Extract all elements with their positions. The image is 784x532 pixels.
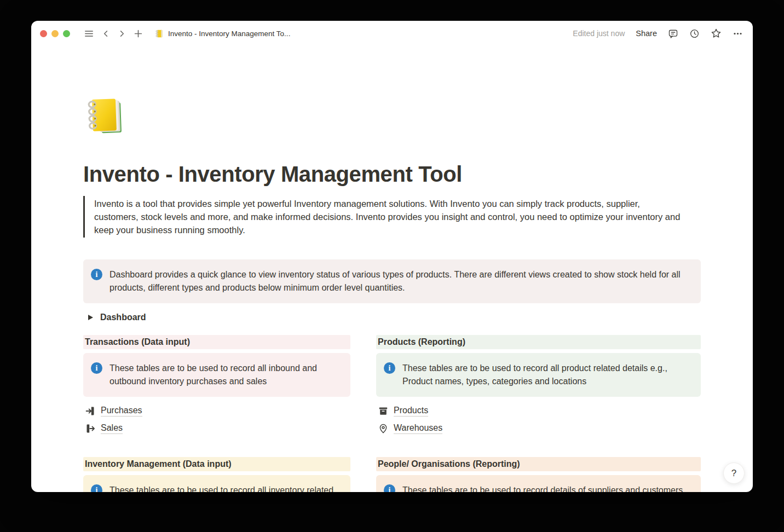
dashboard-callout-text: Dashboard provides a quick glance to vie… <box>109 268 692 294</box>
help-button[interactable]: ? <box>723 462 745 484</box>
ledger-notebook-icon[interactable] <box>83 94 128 139</box>
section-products: Products (Reporting) i These tables are … <box>376 335 701 437</box>
history-icon[interactable] <box>689 28 700 39</box>
section-callout-text: These tables are to be used to record de… <box>402 484 683 492</box>
section-links: Products Warehouses <box>376 402 701 437</box>
traffic-lights <box>40 30 70 37</box>
minimize-window-button[interactable] <box>51 30 59 37</box>
back-icon[interactable] <box>102 30 110 38</box>
page-link-sales[interactable]: Sales <box>83 420 123 437</box>
info-icon: i <box>91 484 102 492</box>
info-icon: i <box>384 362 395 374</box>
page-link-warehouses[interactable]: Warehouses <box>376 420 442 437</box>
page-link-label: Sales <box>101 423 123 435</box>
comments-icon[interactable] <box>668 28 678 39</box>
info-icon: i <box>91 362 102 374</box>
section-row-1: Transactions (Data input) i These tables… <box>83 335 701 437</box>
section-callout-text: These tables are to be used to record al… <box>109 362 342 388</box>
edited-status: Edited just now <box>573 29 625 38</box>
section-callout-text: These tables are to be used to record al… <box>402 362 692 388</box>
titlebar-actions: Edited just now Share <box>573 28 743 39</box>
section-callout: i These tables are to be used to record … <box>376 353 701 397</box>
dashboard-toggle[interactable]: Dashboard <box>83 310 147 325</box>
page-content: Invento - Inventory Management Tool Inve… <box>83 94 701 492</box>
share-button[interactable]: Share <box>636 29 657 38</box>
titlebar: Invento - Inventory Management To... Edi… <box>31 21 753 46</box>
close-window-button[interactable] <box>40 30 47 37</box>
hamburger-icon[interactable] <box>84 28 94 39</box>
section-links: Purchases Sales <box>83 402 350 437</box>
zoom-window-button[interactable] <box>63 30 70 37</box>
intro-quote: Invento is a tool that provides simple y… <box>83 196 701 238</box>
section-callout: i These tables are to be used to record … <box>376 475 701 492</box>
section-callout: i These tables are to be used to record … <box>83 353 350 397</box>
tab-title[interactable]: Invento - Inventory Management To... <box>154 29 290 38</box>
section-row-2: Inventory Management (Data input) i Thes… <box>83 457 701 492</box>
page-link-label: Products <box>394 406 428 417</box>
app-window: Invento - Inventory Management To... Edi… <box>31 21 753 492</box>
info-icon: i <box>384 484 395 492</box>
tab-title-label: Invento - Inventory Management To... <box>168 30 290 38</box>
favorite-star-icon[interactable] <box>711 28 722 39</box>
import-icon <box>85 406 96 417</box>
section-heading: Products (Reporting) <box>376 335 701 349</box>
section-people-organisations: People/ Organisations (Reporting) i Thes… <box>376 457 701 492</box>
info-icon: i <box>91 269 102 280</box>
location-pin-icon <box>378 423 389 434</box>
dashboard-toggle-label: Dashboard <box>100 313 146 322</box>
section-inventory-management: Inventory Management (Data input) i Thes… <box>83 457 350 492</box>
notebook-emoji-icon <box>154 29 164 38</box>
section-heading: People/ Organisations (Reporting) <box>376 457 701 471</box>
page-link-label: Warehouses <box>394 423 442 435</box>
page-link-purchases[interactable]: Purchases <box>83 402 142 420</box>
new-tab-icon[interactable] <box>134 29 143 38</box>
export-icon <box>85 423 96 434</box>
toggle-triangle-icon <box>88 315 93 320</box>
page-title: Invento - Inventory Management Tool <box>83 161 701 187</box>
more-icon[interactable] <box>733 28 743 39</box>
section-callout-text: These tables are to be used to record al… <box>109 484 342 492</box>
section-heading: Transactions (Data input) <box>83 335 350 349</box>
section-heading: Inventory Management (Data input) <box>83 457 350 471</box>
page-link-products[interactable]: Products <box>376 402 428 420</box>
page-link-label: Purchases <box>101 406 142 417</box>
section-callout: i These tables are to be used to record … <box>83 475 350 492</box>
forward-icon[interactable] <box>118 30 126 38</box>
dashboard-callout: i Dashboard provides a quick glance to v… <box>83 259 701 303</box>
section-transactions: Transactions (Data input) i These tables… <box>83 335 350 437</box>
archive-box-icon <box>378 406 389 417</box>
